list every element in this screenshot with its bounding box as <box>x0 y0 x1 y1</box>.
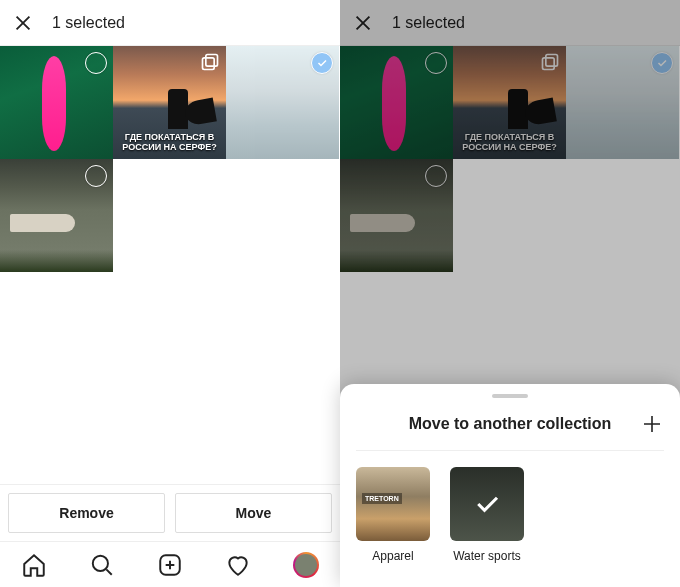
new-collection-button[interactable] <box>640 412 664 436</box>
close-icon[interactable] <box>12 12 34 34</box>
move-collection-sheet: Move to another collection Apparel Water… <box>340 384 680 587</box>
selection-ring[interactable] <box>85 52 107 74</box>
tab-activity[interactable] <box>225 552 251 578</box>
photo-grid: ГДЕ ПОКАТАТЬСЯ В РОССИИ НА СЕРФЕ? <box>0 46 340 272</box>
action-bar: Remove Move <box>0 484 340 541</box>
multi-photo-icon <box>200 52 220 72</box>
grid-item[interactable]: ГДЕ ПОКАТАТЬСЯ В РОССИИ НА СЕРФЕ? <box>453 46 566 159</box>
selection-ring-selected[interactable] <box>311 52 333 74</box>
selection-ring[interactable] <box>425 165 447 187</box>
collection-label: Water sports <box>450 549 524 563</box>
collection-label: Apparel <box>356 549 430 563</box>
checkmark-icon <box>450 467 524 541</box>
grid-item[interactable]: ГДЕ ПОКАТАТЬСЯ В РОССИИ НА СЕРФЕ? <box>113 46 226 159</box>
header: 1 selected <box>340 0 680 46</box>
header-title: 1 selected <box>392 14 465 32</box>
grid-item[interactable] <box>0 159 113 272</box>
tab-profile[interactable] <box>293 552 319 578</box>
header: 1 selected <box>0 0 340 46</box>
header-title: 1 selected <box>52 14 125 32</box>
move-button[interactable]: Move <box>175 493 332 533</box>
multi-photo-icon <box>540 52 560 72</box>
grid-item[interactable] <box>566 46 679 159</box>
collection-item-water-sports[interactable]: Water sports <box>450 467 524 563</box>
svg-rect-5 <box>543 58 555 70</box>
svg-point-2 <box>93 555 108 570</box>
photo-grid: ГДЕ ПОКАТАТЬСЯ В РОССИИ НА СЕРФЕ? <box>340 46 680 272</box>
bottom-tab-bar <box>0 541 340 587</box>
collection-item-apparel[interactable]: Apparel <box>356 467 430 563</box>
selection-ring[interactable] <box>85 165 107 187</box>
screen-selection: 1 selected ГДЕ ПОКАТАТЬСЯ В РОССИИ НА СЕ… <box>0 0 340 587</box>
svg-rect-1 <box>203 58 215 70</box>
tab-home[interactable] <box>21 552 47 578</box>
screen-move-sheet: 1 selected ГДЕ ПОКАТАТЬСЯ В РОССИИ НА СЕ… <box>340 0 680 587</box>
svg-rect-0 <box>206 55 218 67</box>
sheet-handle[interactable] <box>492 394 528 398</box>
profile-avatar-icon <box>293 552 319 578</box>
remove-button[interactable]: Remove <box>8 493 165 533</box>
selection-ring-selected[interactable] <box>651 52 673 74</box>
grid-item[interactable] <box>0 46 113 159</box>
selection-ring[interactable] <box>425 52 447 74</box>
grid-item[interactable] <box>226 46 339 159</box>
collection-thumb <box>356 467 430 541</box>
tab-search[interactable] <box>89 552 115 578</box>
sheet-title: Move to another collection <box>380 414 640 434</box>
grid-item[interactable] <box>340 46 453 159</box>
collection-thumb <box>450 467 524 541</box>
svg-rect-4 <box>546 55 558 67</box>
close-icon[interactable] <box>352 12 374 34</box>
grid-item[interactable] <box>340 159 453 272</box>
collection-list: Apparel Water sports <box>356 451 664 563</box>
thumb-caption: ГДЕ ПОКАТАТЬСЯ В РОССИИ НА СЕРФЕ? <box>117 133 222 153</box>
thumb-caption: ГДЕ ПОКАТАТЬСЯ В РОССИИ НА СЕРФЕ? <box>457 133 562 153</box>
tab-add-post[interactable] <box>157 552 183 578</box>
sheet-title-row: Move to another collection <box>356 412 664 451</box>
